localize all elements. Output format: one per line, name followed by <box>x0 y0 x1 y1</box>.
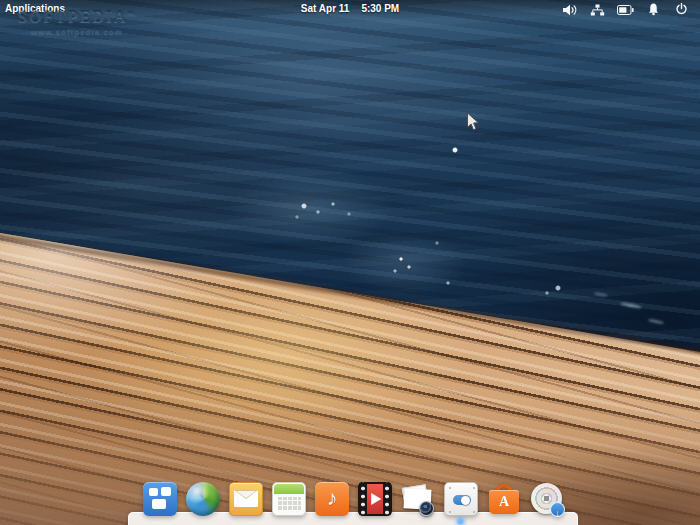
window-tile-icon <box>152 499 166 509</box>
window-tile-icon <box>149 488 158 496</box>
envelope-flap-icon <box>236 491 256 498</box>
panel-date: Sat Apr 11 <box>301 3 350 14</box>
dock-mail[interactable] <box>229 482 263 516</box>
film-strip-icon <box>383 482 391 516</box>
applications-menu[interactable]: Applications <box>5 3 65 14</box>
datetime-indicator[interactable]: Sat Apr 115:30 PM <box>301 3 399 14</box>
shopping-bag-icon: A <box>489 490 519 514</box>
calendar-grid-icon <box>277 497 301 511</box>
dock-installer[interactable]: ↓ <box>530 482 564 516</box>
music-note-icon: ♪ <box>327 486 338 509</box>
dock-web-browser[interactable] <box>186 482 220 516</box>
appcenter-letter: A <box>499 494 509 509</box>
dock-system-settings[interactable] <box>444 482 478 516</box>
dock-appcenter[interactable]: A <box>487 482 521 516</box>
dock-photos[interactable] <box>401 482 435 516</box>
dock-videos[interactable] <box>358 482 392 516</box>
dock-calendar[interactable] <box>272 482 306 516</box>
download-badge-icon: ↓ <box>550 502 565 517</box>
notifications-icon[interactable] <box>645 2 662 17</box>
panel-indicators <box>561 0 690 19</box>
battery-icon[interactable] <box>617 2 634 17</box>
camera-lens-icon <box>419 501 434 516</box>
desktop: SOFTPEDIA™ www.softpedia.com Application… <box>0 0 700 525</box>
toggle-switch-icon <box>453 495 471 505</box>
window-tile-icon <box>161 487 171 496</box>
dock-icons: ♪ A ↓ <box>143 482 564 516</box>
panel-time: 5:30 PM <box>361 3 399 14</box>
download-arrow-icon: ↓ <box>555 508 560 519</box>
play-icon <box>371 493 381 505</box>
running-indicator-dot <box>458 519 463 524</box>
top-panel: Applications Sat Apr 115:30 PM <box>0 0 700 19</box>
dock-music[interactable]: ♪ <box>315 482 349 516</box>
dock-multitasking-view[interactable] <box>143 482 177 516</box>
network-icon[interactable] <box>589 2 606 17</box>
dock: ♪ A ↓ <box>128 477 578 525</box>
film-strip-icon <box>359 482 367 516</box>
power-icon[interactable] <box>673 2 690 17</box>
volume-icon[interactable] <box>561 2 578 17</box>
screw-icon <box>449 487 451 489</box>
calendar-header-icon <box>274 484 304 494</box>
